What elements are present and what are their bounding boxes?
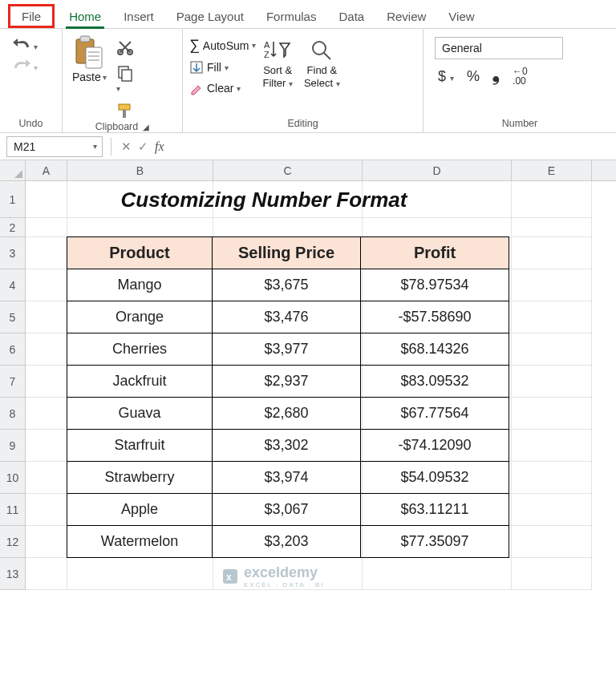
table-cell[interactable]: $3,977 xyxy=(212,333,361,366)
col-header[interactable]: A xyxy=(26,160,67,180)
tab-file[interactable]: File xyxy=(8,4,55,28)
cell[interactable] xyxy=(512,237,592,269)
cell[interactable] xyxy=(26,218,67,237)
table-cell[interactable]: Cherries xyxy=(67,333,213,366)
table-cell[interactable]: $3,974 xyxy=(212,461,361,494)
table-cell[interactable]: $78.97534 xyxy=(360,269,509,301)
row-header[interactable]: 11 xyxy=(0,494,26,526)
cell[interactable] xyxy=(67,218,213,237)
cell[interactable] xyxy=(512,558,592,590)
cell[interactable] xyxy=(512,269,592,301)
cell[interactable] xyxy=(512,494,592,526)
redo-button[interactable]: ▾ xyxy=(11,59,38,75)
undo-button[interactable]: ▾ xyxy=(11,38,38,55)
clear-button[interactable]: Clear ▾ xyxy=(189,81,256,95)
cell[interactable] xyxy=(26,558,67,590)
cell[interactable] xyxy=(512,398,592,430)
cell[interactable] xyxy=(67,558,213,590)
row-header[interactable]: 13 xyxy=(0,558,26,590)
enter-formula-icon[interactable]: ✓ xyxy=(138,139,148,154)
paste-icon[interactable] xyxy=(72,35,106,69)
select-all-corner[interactable] xyxy=(0,160,26,181)
table-cell[interactable]: Apple xyxy=(67,493,213,526)
table-cell[interactable]: $3,476 xyxy=(212,301,361,333)
table-cell[interactable]: Mango xyxy=(67,269,213,301)
cell[interactable] xyxy=(363,558,512,590)
table-cell[interactable]: -$57.58690 xyxy=(360,301,509,333)
row-header[interactable]: 5 xyxy=(0,301,26,333)
cell[interactable] xyxy=(512,181,592,218)
cell[interactable] xyxy=(512,430,592,462)
row-header[interactable]: 6 xyxy=(0,333,26,366)
cell[interactable] xyxy=(512,301,592,333)
tab-page-layout[interactable]: Page Layout xyxy=(165,4,255,28)
cell[interactable] xyxy=(26,237,67,269)
tab-data[interactable]: Data xyxy=(327,4,375,28)
percent-format-button[interactable]: % xyxy=(467,68,480,85)
tab-review[interactable]: Review xyxy=(375,4,437,28)
table-cell[interactable]: Watermelon xyxy=(67,525,213,558)
tab-insert[interactable]: Insert xyxy=(112,4,165,28)
fx-icon[interactable]: fx xyxy=(155,139,164,154)
cell[interactable] xyxy=(26,301,67,333)
table-cell[interactable]: $77.35097 xyxy=(360,525,509,558)
find-select-button[interactable]: Find & Select ▾ xyxy=(304,37,340,89)
table-cell[interactable]: $68.14326 xyxy=(360,333,509,366)
cell[interactable] xyxy=(512,333,592,366)
table-cell[interactable]: Jackfruit xyxy=(67,365,213,398)
table-cell[interactable]: $67.77564 xyxy=(360,397,509,430)
row-header[interactable]: 2 xyxy=(0,218,26,237)
cancel-formula-icon[interactable]: ✕ xyxy=(121,139,132,154)
table-cell[interactable]: $2,937 xyxy=(212,365,361,398)
cell[interactable] xyxy=(512,218,592,237)
cell[interactable] xyxy=(512,526,592,558)
row-header[interactable]: 10 xyxy=(0,462,26,494)
cell[interactable] xyxy=(26,398,67,430)
cell[interactable] xyxy=(26,333,67,366)
clipboard-dialog-launcher[interactable]: ◢ xyxy=(143,123,149,131)
row-header[interactable]: 4 xyxy=(0,269,26,301)
table-header[interactable]: Profit xyxy=(360,236,509,269)
formula-input[interactable] xyxy=(169,136,610,157)
row-header[interactable]: 3 xyxy=(0,237,26,269)
autosum-button[interactable]: ∑ AutoSum ▾ xyxy=(189,37,256,54)
chevron-down-icon[interactable]: ▾ xyxy=(103,73,107,82)
table-cell[interactable]: Strawberry xyxy=(67,461,213,494)
fill-button[interactable]: Fill ▾ xyxy=(189,60,256,75)
cut-button[interactable] xyxy=(116,38,134,56)
table-header[interactable]: Selling Price xyxy=(212,236,361,269)
row-header[interactable]: 1 xyxy=(0,181,26,218)
row-header[interactable]: 8 xyxy=(0,398,26,430)
tab-formulas[interactable]: Formulas xyxy=(255,4,328,28)
copy-button[interactable]: ▾ xyxy=(116,64,134,94)
table-cell[interactable]: $63.11211 xyxy=(360,493,509,526)
col-header[interactable]: D xyxy=(363,160,512,180)
cell[interactable] xyxy=(26,430,67,462)
table-cell[interactable]: Starfruit xyxy=(67,429,213,462)
table-cell[interactable]: -$74.12090 xyxy=(360,429,509,462)
tab-view[interactable]: View xyxy=(437,4,485,28)
sort-filter-button[interactable]: AZ Sort & Filter ▾ xyxy=(262,37,293,89)
row-header[interactable]: 9 xyxy=(0,430,26,462)
number-format-dropdown[interactable]: General xyxy=(435,37,563,59)
table-header[interactable]: Product xyxy=(67,236,213,269)
increase-decimal-button[interactable]: ←0.00 xyxy=(513,67,528,86)
cell[interactable] xyxy=(213,218,363,237)
name-box[interactable]: M21 ▾ xyxy=(6,136,103,157)
table-cell[interactable]: Orange xyxy=(67,301,213,333)
row-header[interactable]: 12 xyxy=(0,526,26,558)
cell[interactable] xyxy=(26,462,67,494)
format-painter-button[interactable] xyxy=(116,102,134,119)
col-header[interactable]: E xyxy=(512,160,592,180)
table-cell[interactable]: Guava xyxy=(67,397,213,430)
table-cell[interactable]: $3,675 xyxy=(212,269,361,301)
cell[interactable] xyxy=(26,366,67,398)
col-header[interactable]: C xyxy=(213,160,363,180)
table-cell[interactable]: $3,203 xyxy=(212,525,361,558)
cell[interactable] xyxy=(512,366,592,398)
cell[interactable] xyxy=(26,494,67,526)
table-cell[interactable]: $54.09532 xyxy=(360,461,509,494)
cell[interactable] xyxy=(512,462,592,494)
accounting-format-button[interactable]: $ ▾ xyxy=(438,68,454,85)
cell[interactable] xyxy=(26,269,67,301)
